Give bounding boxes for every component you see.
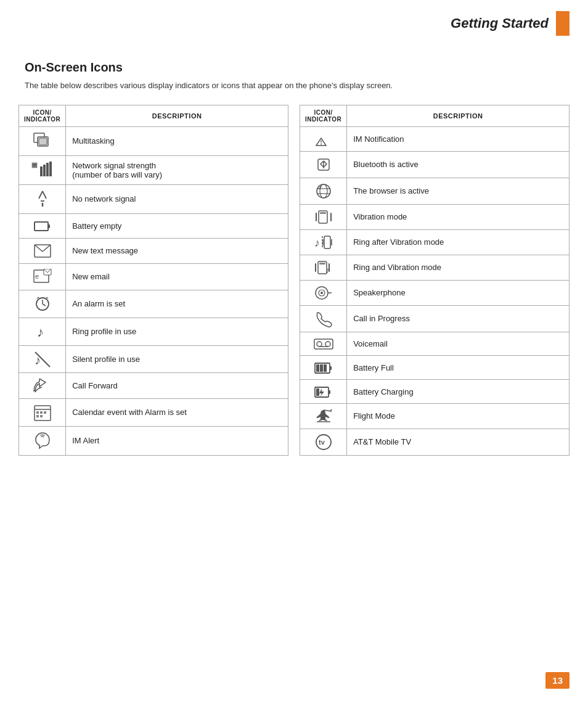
section-title: On-Screen Icons xyxy=(25,60,563,75)
right-col1-header: ICON/INDICATOR xyxy=(300,105,347,127)
tables-container: ICON/INDICATOR DESCRIPTION Multitasking xyxy=(18,105,570,456)
table-row: Call in Progress xyxy=(300,305,570,332)
icon-batteryfull xyxy=(300,356,347,380)
table-row: ♪ Ring after Vibration mode xyxy=(300,229,570,255)
svg-rect-61 xyxy=(319,263,325,265)
svg-line-11 xyxy=(43,191,46,199)
table-row: No network signal xyxy=(19,184,288,213)
svg-point-43 xyxy=(317,184,330,198)
svg-rect-72 xyxy=(316,364,319,372)
page-number-wrapper: 13 xyxy=(545,672,570,689)
table-row: ♪ Ring profile in use xyxy=(19,318,288,345)
desc-vibration: Vibration mode xyxy=(347,204,570,229)
desc-flightmode: Flight Mode xyxy=(347,403,570,429)
icon-imnotif xyxy=(300,127,347,152)
svg-rect-34 xyxy=(36,411,39,414)
svg-line-27 xyxy=(37,297,39,298)
icon-voicemail xyxy=(300,332,347,356)
table-row: Vibration mode xyxy=(300,204,570,229)
desc-imnotif: IM Notification xyxy=(347,127,570,152)
table-row: ♪ Silent profile in use xyxy=(19,345,288,373)
icon-callinprog xyxy=(300,305,347,332)
left-col2-header: DESCRIPTION xyxy=(66,105,288,127)
svg-rect-36 xyxy=(44,411,46,414)
svg-line-26 xyxy=(43,304,46,306)
svg-rect-38 xyxy=(40,415,43,417)
svg-rect-78 xyxy=(329,390,330,394)
left-col1-header: ICON/INDICATOR xyxy=(19,105,66,127)
right-col2-header: DESCRIPTION xyxy=(347,105,570,127)
icon-textmsg xyxy=(19,238,66,263)
svg-rect-73 xyxy=(320,364,323,372)
table-row: IM Notification xyxy=(300,127,570,152)
icon-speakerphone xyxy=(300,280,347,305)
table-row: Network signal strength(number of bars w… xyxy=(19,155,288,184)
table-row: Voicemail xyxy=(300,332,570,356)
desc-speakerphone: Speakerphone xyxy=(347,280,570,305)
svg-rect-9 xyxy=(49,162,52,176)
svg-rect-5 xyxy=(33,166,36,166)
desc-nosignal: No network signal xyxy=(66,184,288,213)
desc-email: New email xyxy=(66,264,288,290)
table-row: Battery empty xyxy=(19,213,288,238)
icon-imalert xyxy=(19,426,66,455)
right-table: ICON/INDICATOR DESCRIPTION IM Notificati… xyxy=(300,105,570,456)
table-row: IM Alert xyxy=(19,426,288,455)
table-row: Battery Full xyxy=(300,356,570,380)
svg-rect-55 xyxy=(324,236,330,248)
svg-point-44 xyxy=(320,184,327,198)
table-row: Multitasking xyxy=(19,127,288,156)
desc-batterycharging: Battery Charging xyxy=(347,380,570,404)
icon-batteryempty xyxy=(19,213,66,238)
table-row: Flight Mode xyxy=(300,403,570,429)
icon-ringaftervib: ♪ xyxy=(300,229,347,255)
icon-email: e xyxy=(19,264,66,290)
icon-nosignal xyxy=(19,184,66,213)
table-row: Bluetooth is active xyxy=(300,151,570,178)
table-row: Speakerphone xyxy=(300,280,570,305)
svg-text:tv: tv xyxy=(319,438,325,446)
table-row: New text message xyxy=(19,238,288,263)
icon-browser xyxy=(300,178,347,204)
desc-multitask: Multitasking xyxy=(66,127,288,156)
svg-line-10 xyxy=(39,191,43,199)
page-header: Getting Started xyxy=(0,0,588,42)
icon-vibration xyxy=(300,204,347,229)
svg-rect-7 xyxy=(43,165,46,176)
table-row: Calendar event with Alarm is set xyxy=(19,398,288,426)
desc-batteryfull: Battery Full xyxy=(347,356,570,380)
icon-signal xyxy=(19,155,66,184)
desc-ringprofile: Ring profile in use xyxy=(66,318,288,345)
desc-ringvib: Ring and Vibration mode xyxy=(347,255,570,280)
svg-rect-6 xyxy=(40,166,43,176)
svg-text:♪: ♪ xyxy=(325,266,330,275)
svg-point-65 xyxy=(321,292,323,294)
svg-point-68 xyxy=(317,342,322,347)
desc-voicemail: Voicemail xyxy=(347,332,570,356)
icon-ringprofile: ♪ xyxy=(19,318,66,345)
svg-line-17 xyxy=(35,245,43,252)
section-description: The table below describes various displa… xyxy=(25,81,563,90)
table-row: Call Forward xyxy=(19,373,288,398)
svg-text:♪: ♪ xyxy=(37,324,44,340)
table-row: e New email xyxy=(19,264,288,290)
svg-point-69 xyxy=(325,342,330,347)
svg-rect-52 xyxy=(320,212,326,214)
icon-alarm xyxy=(19,290,66,318)
svg-rect-4 xyxy=(33,164,36,165)
icon-attmobiletv: tv xyxy=(300,429,347,455)
desc-callforward: Call Forward xyxy=(66,373,288,398)
icon-bluetooth xyxy=(300,151,347,178)
svg-rect-74 xyxy=(324,364,327,372)
table-row: The browser is active xyxy=(300,178,570,204)
desc-ringaftervib: Ring after Vibration mode xyxy=(347,229,570,255)
desc-attmobiletv: AT&T Mobile TV xyxy=(347,429,570,455)
svg-rect-77 xyxy=(316,388,319,396)
svg-rect-14 xyxy=(35,222,48,231)
header-title: Getting Started xyxy=(451,15,549,31)
icon-ringvib: ♪ xyxy=(300,255,347,280)
table-row: An alarm is set xyxy=(19,290,288,318)
table-row: tv AT&T Mobile TV xyxy=(300,429,570,455)
svg-text:e: e xyxy=(35,273,39,280)
desc-bluetooth: Bluetooth is active xyxy=(347,151,570,178)
